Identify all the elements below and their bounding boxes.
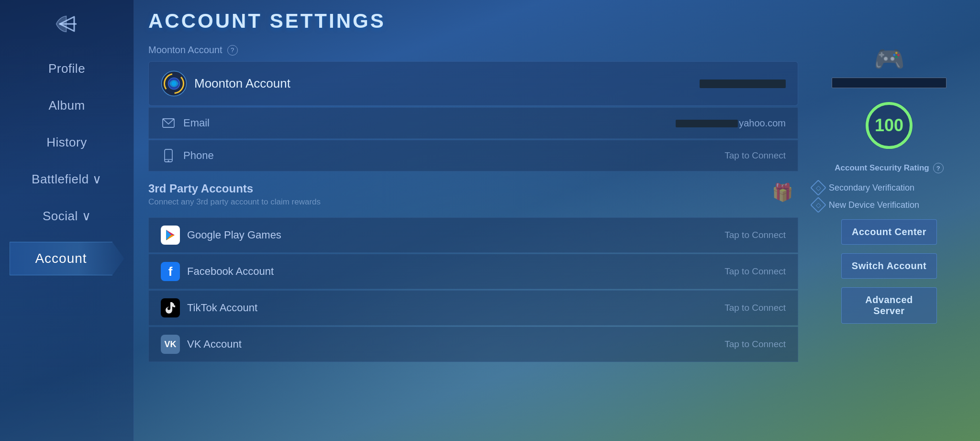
sidebar-item-album[interactable]: Album (14, 90, 120, 122)
sidebar-item-history[interactable]: History (14, 126, 120, 158)
right-panel: 🎮 100 Account Security Rating ? (813, 45, 966, 431)
vk-icon: VK (161, 335, 180, 354)
third-party-subtitle: Connect any 3rd party account to claim r… (148, 197, 321, 207)
moonton-section-title: Moonton Account (148, 45, 223, 56)
page-container: Profile Album History Battlefield ∨ Soci… (0, 0, 980, 441)
secondary-verification-label: Secondary Verification (829, 183, 914, 193)
sidebar-item-social[interactable]: Social ∨ (14, 200, 120, 232)
device-verification-label: New Device Verification (829, 200, 919, 210)
security-label-text: Account Security Rating (835, 163, 929, 173)
google-tap-connect: Tap to Connect (724, 230, 786, 240)
switch-account-button[interactable]: Switch Account (841, 253, 937, 279)
tiktok-name: TikTok Account (187, 302, 717, 314)
page-header: ACCOUNT SETTINGS (148, 10, 966, 33)
platform-row-google[interactable]: Google Play Games Tap to Connect (148, 217, 798, 253)
gamepad-icon-area: 🎮 (813, 45, 966, 74)
gift-icon: 🎁 (772, 182, 793, 203)
tiktok-icon (161, 298, 180, 317)
sidebar-item-battlefield[interactable]: Battlefield ∨ (14, 163, 120, 195)
facebook-tap-connect: Tap to Connect (724, 266, 786, 277)
page-title: ACCOUNT SETTINGS (148, 10, 386, 33)
section-label-moonton: Moonton Account ? (148, 45, 798, 56)
security-help-icon[interactable]: ? (933, 163, 944, 173)
verification-list: ◇ Secondary Verification ◇ New Device Ve… (813, 182, 966, 211)
phone-icon (161, 148, 176, 163)
phone-label: Phone (183, 149, 717, 162)
platform-row-tiktok[interactable]: TikTok Account Tap to Connect (148, 290, 798, 326)
sidebar-item-profile[interactable]: Profile (14, 53, 120, 85)
google-play-name: Google Play Games (187, 229, 717, 241)
email-icon (161, 115, 176, 131)
sidebar-item-account[interactable]: Account (10, 242, 124, 275)
svg-point-7 (168, 160, 169, 162)
content-area: Moonton Account ? Moonton Account (148, 45, 966, 431)
phone-row[interactable]: Phone Tap to Connect (148, 140, 798, 171)
account-card: Moonton Account (148, 61, 798, 106)
username-bar (832, 78, 947, 88)
security-number: 100 (875, 115, 903, 136)
email-redacted (676, 120, 738, 127)
third-party-header: 3rd Party Accounts Connect any 3rd party… (148, 172, 321, 213)
svg-point-3 (172, 81, 177, 86)
security-label: Account Security Rating ? (835, 163, 943, 173)
security-circle: 100 (863, 99, 915, 152)
device-verification-item[interactable]: ◇ New Device Verification (813, 199, 966, 211)
facebook-icon: f (161, 262, 180, 281)
phone-tap-connect: Tap to Connect (724, 150, 786, 161)
google-play-icon (161, 226, 180, 245)
email-label: Email (183, 117, 668, 129)
device-verify-icon: ◇ (810, 197, 826, 213)
third-party-title: 3rd Party Accounts (148, 182, 321, 195)
platform-row-facebook[interactable]: f Facebook Account Tap to Connect (148, 254, 798, 289)
account-center-button[interactable]: Account Center (841, 219, 937, 245)
platform-row-vk[interactable]: VK VK Account Tap to Connect (148, 327, 798, 362)
account-redacted-bar (700, 79, 786, 88)
left-panel: Moonton Account ? Moonton Account (148, 45, 798, 431)
sidebar-item-account-wrapper: Account (10, 242, 124, 275)
tiktok-tap-connect: Tap to Connect (724, 303, 786, 313)
gamepad-icon: 🎮 (874, 45, 905, 74)
moonton-help-icon[interactable]: ? (227, 45, 238, 56)
email-row[interactable]: Email yahoo.com (148, 107, 798, 139)
facebook-name: Facebook Account (187, 265, 717, 278)
moonton-logo-icon (161, 70, 187, 97)
third-party-header-row: 3rd Party Accounts Connect any 3rd party… (148, 172, 798, 213)
back-button[interactable] (50, 10, 84, 38)
secondary-verify-icon: ◇ (810, 180, 826, 196)
svg-rect-5 (165, 149, 172, 162)
account-name: Moonton Account (194, 76, 692, 91)
vk-name: VK Account (187, 338, 717, 351)
main-content: ACCOUNT SETTINGS Moonton Account ? (134, 0, 980, 441)
secondary-verification-item[interactable]: ◇ Secondary Verification (813, 182, 966, 193)
email-value: yahoo.com (676, 118, 786, 129)
vk-tap-connect: Tap to Connect (724, 339, 786, 350)
sidebar: Profile Album History Battlefield ∨ Soci… (0, 0, 134, 441)
advanced-server-button[interactable]: Advanced Server (841, 287, 937, 324)
